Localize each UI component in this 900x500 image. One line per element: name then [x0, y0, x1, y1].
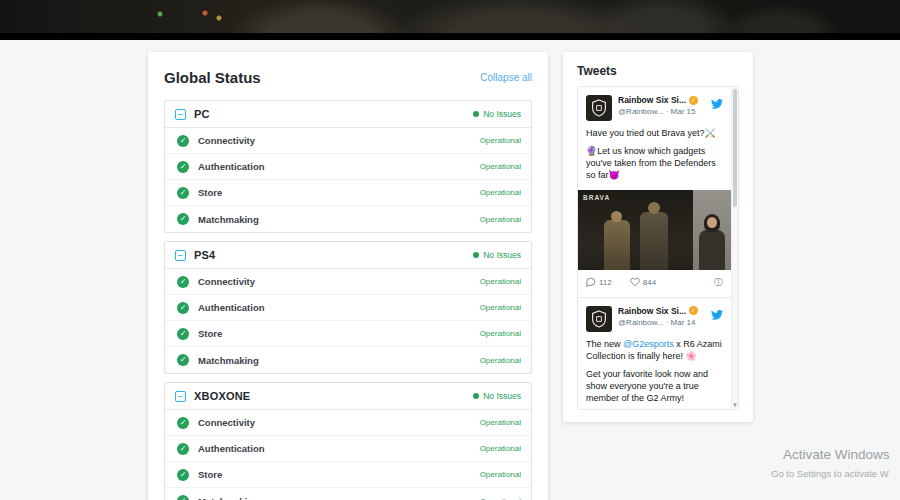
service-status: Operational: [480, 188, 521, 197]
r6-logo-avatar[interactable]: [586, 95, 612, 121]
g2esports-link[interactable]: @G2esports: [623, 339, 674, 349]
page-title: Global Status: [164, 69, 261, 86]
check-icon: ✓: [177, 328, 189, 340]
tweet-text: The new @G2esports x R6 Azami Collection…: [586, 338, 723, 410]
activate-windows-subtext: Go to Settings to activate W: [771, 468, 889, 479]
platform-name: PC: [194, 108, 473, 120]
status-dot-icon: [473, 111, 479, 117]
service-name: Matchmaking: [198, 214, 480, 225]
collapse-minus-icon[interactable]: −: [175, 391, 186, 402]
twitter-bird-icon[interactable]: [711, 95, 723, 113]
service-status: Operational: [480, 470, 521, 479]
status-badge: No Issues: [473, 250, 521, 260]
service-row: ✓ Connectivity Operational: [165, 128, 531, 154]
operator-figure: [699, 230, 725, 270]
tweet-author[interactable]: Rainbow Six Si...: [618, 306, 686, 316]
tweet-text-span: The new: [586, 339, 623, 349]
platform-header-xboxone[interactable]: − XBOXONE No Issues: [165, 383, 531, 410]
platform-section-pc: − PC No Issues ✓ Connectivity Operationa…: [164, 100, 532, 233]
tweet-line: Have you tried out Brava yet?⚔️: [586, 127, 723, 139]
tweet-handle-date[interactable]: @Rainbow... · Mar 15: [618, 107, 707, 116]
service-name: Authentication: [198, 161, 480, 172]
check-icon: ✓: [177, 187, 189, 199]
global-status-card: Global Status Collapse all − PC No Issue…: [148, 52, 548, 500]
service-name: Store: [198, 187, 480, 198]
media-brava-label: BRAVA: [583, 194, 610, 201]
service-row: ✓ Matchmaking Operational: [165, 206, 531, 232]
banner-artwork: [0, 0, 900, 33]
platform-section-xboxone: − XBOXONE No Issues ✓ Connectivity Opera…: [164, 382, 532, 500]
check-icon: ✓: [177, 276, 189, 288]
collapse-minus-icon[interactable]: −: [175, 109, 186, 120]
service-name: Matchmaking: [198, 496, 480, 500]
heart-icon: [630, 277, 640, 287]
service-name: Authentication: [198, 443, 480, 454]
tweet-handle-date[interactable]: @Rainbow... · Mar 14: [618, 318, 707, 327]
service-name: Store: [198, 328, 480, 339]
check-icon: ✓: [177, 495, 189, 500]
service-row: ✓ Matchmaking Operational: [165, 488, 531, 500]
platform-header-ps4[interactable]: − PS4 No Issues: [165, 242, 531, 269]
service-status: Operational: [480, 356, 521, 365]
status-dot-icon: [473, 393, 479, 399]
collapse-all-link[interactable]: Collapse all: [480, 72, 532, 83]
check-icon: ✓: [177, 135, 189, 147]
check-icon: ✓: [177, 469, 189, 481]
status-badge-label: No Issues: [483, 250, 521, 260]
tweet-line: 🔮Let us know which gadgets you've taken …: [586, 145, 723, 181]
service-row: ✓ Authentication Operational: [165, 295, 531, 321]
status-badge-label: No Issues: [483, 109, 521, 119]
shield-icon: [591, 310, 607, 328]
status-badge: No Issues: [473, 391, 521, 401]
service-status: Operational: [480, 215, 521, 224]
twitter-bird-icon[interactable]: [711, 306, 723, 324]
status-badge: No Issues: [473, 109, 521, 119]
platform-name: XBOXONE: [194, 390, 473, 402]
operator-figure: [648, 202, 660, 214]
service-status: Operational: [480, 303, 521, 312]
service-row: ✓ Connectivity Operational: [165, 410, 531, 436]
gold-verified-badge-icon: ✓: [689, 96, 698, 105]
service-status: Operational: [480, 497, 521, 500]
timeline-scrollbar[interactable]: ▾: [731, 87, 738, 409]
check-icon: ✓: [177, 354, 189, 366]
reply-button[interactable]: 112: [586, 277, 612, 287]
tweet-text: Have you tried out Brava yet?⚔️ 🔮Let us …: [586, 127, 723, 182]
service-row: ✓ Store Operational: [165, 321, 531, 347]
check-icon: ✓: [177, 443, 189, 455]
platform-header-pc[interactable]: − PC No Issues: [165, 101, 531, 128]
scroll-down-arrow-icon[interactable]: ▾: [732, 400, 738, 409]
status-badge-label: No Issues: [483, 391, 521, 401]
operator-figure: [707, 217, 717, 228]
service-status: Operational: [480, 329, 521, 338]
like-button[interactable]: 844: [630, 277, 656, 287]
tweet-media-image[interactable]: BRAVA: [578, 190, 731, 270]
info-icon[interactable]: ⓘ: [714, 276, 723, 289]
tweets-card: Tweets Rainbow Six Si... ✓: [563, 52, 753, 422]
check-icon: ✓: [177, 302, 189, 314]
tweet-author[interactable]: Rainbow Six Si...: [618, 95, 686, 105]
service-row: ✓ Store Operational: [165, 462, 531, 488]
status-dot-icon: [473, 252, 479, 258]
operator-figure: [611, 211, 622, 222]
tweet-item[interactable]: Rainbow Six Si... ✓ @Rainbow... · Mar 14…: [578, 298, 731, 410]
platform-name: PS4: [194, 249, 473, 261]
activate-windows-watermark: Activate Windows: [783, 447, 890, 462]
service-name: Matchmaking: [198, 355, 480, 366]
service-name: Connectivity: [198, 135, 480, 146]
service-status: Operational: [480, 418, 521, 427]
service-status: Operational: [480, 136, 521, 145]
service-row: ✓ Store Operational: [165, 180, 531, 206]
platform-section-ps4: − PS4 No Issues ✓ Connectivity Operation…: [164, 241, 532, 374]
operator-figure: [640, 212, 668, 270]
collapse-minus-icon[interactable]: −: [175, 250, 186, 261]
like-count: 844: [643, 278, 656, 287]
scrollbar-thumb[interactable]: [733, 89, 737, 207]
tweet-line: The new @G2esports x R6 Azami Collection…: [586, 338, 723, 362]
service-row: ✓ Authentication Operational: [165, 154, 531, 180]
r6-logo-avatar[interactable]: [586, 306, 612, 332]
shield-icon: [591, 99, 607, 117]
twitter-timeline: Rainbow Six Si... ✓ @Rainbow... · Mar 15…: [577, 86, 739, 410]
tweet-item[interactable]: Rainbow Six Si... ✓ @Rainbow... · Mar 15…: [578, 87, 731, 298]
reply-icon: [586, 277, 596, 287]
